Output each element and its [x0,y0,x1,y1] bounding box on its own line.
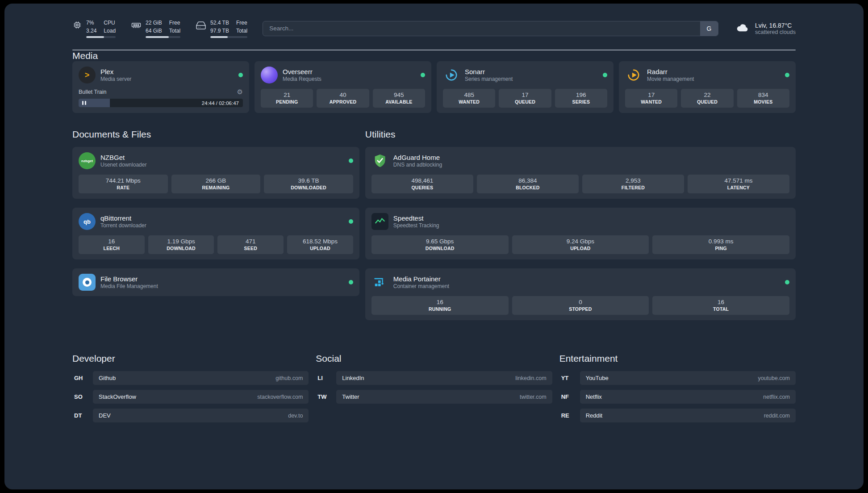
service-title: Plex [100,68,131,75]
bookmark-url: dev.to [288,413,303,419]
stat: 0 STOPPED [512,296,649,315]
service-card-overseerr[interactable]: Overseerr Media Requests 21 PENDING 40 A… [255,61,431,113]
bookmark-stackoverflow[interactable]: SO StackOverflow stackoverflow.com [72,390,309,404]
service-subtitle: Media Requests [283,76,321,82]
playback-progress-bar[interactable]: 24:44 / 02:06:47 [79,99,243,107]
bookmark-abbr: NF [559,393,580,400]
service-card-plex[interactable]: > Plex Media server Bullet Train ⚙ 24:44… [72,61,249,113]
weather-location: Lviv, 16.87°C [755,22,796,29]
overseerr-icon [261,67,278,84]
bookmark-url: linkedin.com [515,375,546,381]
stat: 16 TOTAL [652,296,789,315]
stat: 744.21 Mbps RATE [79,175,168,193]
bookmark-name: LinkedIn [342,375,364,381]
service-subtitle: Series management [465,76,513,82]
bookmark-url: reddit.com [764,413,790,419]
bookmark-group-social: Social LI LinkedIn linkedin.com TW Twitt… [316,353,552,427]
service-card-speedtest[interactable]: Speedtest Speedtest Tracking 9.65 Gbps D… [365,208,796,259]
cloud-icon [734,21,751,36]
service-title: qBittorrent [100,214,146,222]
service-title: NZBGet [100,154,146,161]
weather-condition: scattered clouds [755,29,796,35]
memory-total-value: 64 GiB [146,27,162,35]
stat: 0.993 ms PING [652,235,789,254]
media-card-row: > Plex Media server Bullet Train ⚙ 24:44… [72,61,796,113]
cpu-icon [72,20,82,38]
service-card-filebrowser[interactable]: File Browser Media File Management [72,268,359,296]
bookmark-linkedin[interactable]: LI LinkedIn linkedin.com [316,371,552,385]
disk-widget: 52.4 TB 97.9 TB Free Total [196,19,247,38]
bookmark-url: twitter.com [520,394,547,400]
section-heading-documents: Documents & Files [72,129,359,140]
service-title: Overseerr [283,68,321,75]
disk-bar [210,36,247,38]
memory-bar [146,36,180,38]
bookmark-youtube[interactable]: YT YouTube youtube.com [559,371,796,385]
disk-free-label: Free [236,19,247,27]
service-title: Speedtest [393,214,439,222]
bookmark-dev[interactable]: DT DEV dev.to [72,409,309,422]
service-title: Media Portainer [393,275,449,283]
bookmark-name: StackOverflow [99,393,136,400]
bookmark-name: Netflix [586,393,602,400]
search-bar: G [263,21,718,36]
memory-total-label: Total [169,27,180,35]
memory-widget: 22 GiB 64 GiB Free Total [131,19,180,38]
section-heading-developer: Developer [72,353,309,364]
stat: 21 PENDING [261,89,313,108]
speedtest-icon [371,213,388,230]
stat: 9.65 Gbps DOWNLOAD [371,235,509,254]
stat: 22 QUEUED [681,89,733,108]
bookmark-github[interactable]: GH Github github.com [72,371,309,385]
status-dot [603,73,607,77]
weather-widget: Lviv, 16.87°C scattered clouds [734,21,796,36]
status-dot [785,73,789,77]
service-subtitle: Media File Management [100,283,158,289]
service-card-portainer[interactable]: Media Portainer Container management 16 … [365,268,796,320]
bookmark-twitter[interactable]: TW Twitter twitter.com [316,390,552,404]
bookmark-group-entertainment: Entertainment YT YouTube youtube.com NF … [559,353,796,427]
service-card-sonarr[interactable]: Sonarr Series management 485 WANTED 17 Q… [437,61,613,113]
disk-total-label: Total [236,27,247,35]
status-dot [349,280,353,284]
bookmark-url: netflix.com [763,394,790,400]
bookmark-reddit[interactable]: RE Reddit reddit.com [559,409,796,422]
cpu-bar [86,36,116,38]
service-subtitle: Speedtest Tracking [393,222,439,229]
topbar: 7% 3.24 CPU Load [72,19,796,38]
bookmark-url: github.com [275,375,303,381]
stat: 16 LEECH [79,235,145,254]
qbittorrent-icon: qb [79,213,96,230]
service-card-adguard[interactable]: AdGuard Home DNS and adblocking 498,461 … [365,147,796,199]
search-input[interactable] [263,21,700,36]
cpu-load-label: Load [104,27,116,35]
sonarr-icon [443,67,460,84]
bookmark-name: Twitter [342,393,359,400]
playback-time: 24:44 / 02:06:47 [202,100,239,106]
now-playing-title: Bullet Train [79,89,107,95]
bookmark-abbr: SO [72,393,93,400]
bookmark-netflix[interactable]: NF Netflix netflix.com [559,390,796,404]
service-card-nzbget[interactable]: nzbget NZBGet Usenet downloader 744.21 M… [72,147,359,199]
dashboard-frame: 7% 3.24 CPU Load [4,4,864,489]
section-heading-entertainment: Entertainment [559,353,796,364]
utilities-column: Utilities AdGuard Home DNS and [365,129,796,329]
plex-icon: > [79,67,96,84]
cpu-label: CPU [104,19,116,27]
search-provider-button[interactable]: G [700,21,718,36]
status-dot [349,219,353,224]
ram-icon [131,20,142,38]
bookmark-group-developer: Developer GH Github github.com SO StackO… [72,353,309,427]
service-card-qbittorrent[interactable]: qb qBittorrent Torrent downloader 16 LEE… [72,208,359,259]
service-title: Sonarr [465,68,513,75]
stat: 196 SERIES [555,89,607,108]
status-dot [238,73,243,77]
nzbget-icon: nzbget [79,152,96,169]
stat: 834 MOVIES [737,89,789,108]
service-subtitle: DNS and adblocking [393,162,442,168]
pause-icon[interactable] [82,101,86,105]
documents-column: Documents & Files nzbget NZBGet Usenet d… [72,129,359,329]
gear-icon[interactable]: ⚙ [237,88,243,96]
memory-free-label: Free [169,19,180,27]
service-card-radarr[interactable]: Radarr Movie management 17 WANTED 22 QUE… [619,61,796,113]
